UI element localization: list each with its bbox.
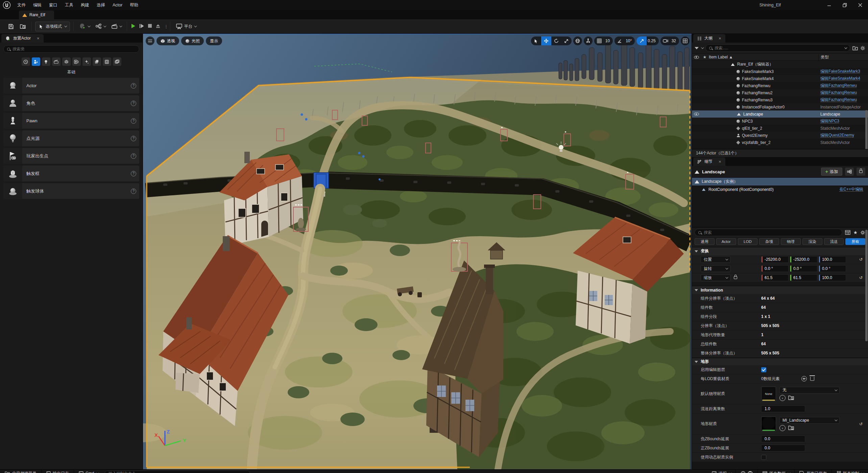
details-settings-gear-icon[interactable] — [860, 230, 865, 235]
visibility-column-icon[interactable] — [694, 56, 699, 59]
section-terrain[interactable]: 地形 — [692, 358, 868, 365]
cmd-dropdown[interactable]: Cmd — [74, 470, 103, 473]
place-item-character[interactable]: 角色 ? — [3, 95, 139, 111]
eject-button[interactable] — [155, 24, 161, 29]
close-icon[interactable] — [719, 36, 721, 41]
browse-asset-icon[interactable] — [788, 395, 794, 400]
outliner-row[interactable]: FakeSnakeMark4编辑FakeSnakeMark4 — [692, 75, 868, 82]
help-icon[interactable]: ? — [131, 136, 136, 141]
help-icon[interactable]: ? — [131, 83, 136, 89]
add-actor-dropdown[interactable] — [77, 22, 92, 31]
category-visual-effects-icon[interactable] — [72, 57, 81, 66]
filter-chip[interactable]: Actor — [716, 238, 736, 245]
view-mode-dropdown[interactable]: 光照 — [181, 36, 204, 45]
reset-material-button[interactable]: ↺ — [854, 422, 868, 426]
location-x-field[interactable]: -25200.0 — [761, 256, 789, 263]
help-icon[interactable]: ? — [131, 118, 136, 124]
physical-material-thumbnail[interactable]: None — [761, 387, 776, 401]
menu-build[interactable]: 构建 — [77, 0, 93, 10]
place-item-trigger-sphere[interactable]: 触发球体 ? — [3, 183, 139, 199]
rotation-snap-value[interactable]: 10° — [625, 39, 635, 43]
move-tool-button[interactable] — [541, 36, 551, 45]
filter-chip[interactable]: 通用 — [695, 238, 715, 245]
scale-z-field[interactable]: 100.0 — [819, 274, 846, 281]
delete-array-icon[interactable] — [810, 377, 814, 381]
outliner-scrollbar[interactable] — [865, 110, 868, 149]
details-search[interactable] — [695, 229, 842, 236]
favorites-star-icon[interactable]: ★ — [853, 230, 858, 235]
surface-snap-button[interactable] — [584, 36, 593, 45]
help-icon[interactable]: ? — [131, 189, 136, 194]
scale-snap-value[interactable]: 0.25 — [647, 39, 658, 43]
output-log-button[interactable]: 输出日志 — [42, 470, 74, 473]
outliner-settings-gear-icon[interactable] — [860, 46, 865, 51]
place-search-input[interactable] — [13, 47, 136, 51]
location-y-field[interactable]: -25200.0 — [790, 256, 817, 263]
category-all-classes-icon[interactable] — [113, 57, 121, 66]
derived-data-dropdown[interactable]: 派生数据 — [758, 470, 795, 473]
lock-details-button[interactable] — [857, 168, 865, 176]
editor-mode-dropdown[interactable]: 选项模式 — [35, 22, 70, 31]
browse-asset-icon[interactable] — [788, 425, 794, 430]
blueprint-convert-button[interactable] — [845, 168, 854, 176]
landscape-material-thumbnail[interactable] — [761, 417, 776, 431]
use-selected-asset-icon[interactable]: ‹ — [779, 395, 786, 401]
scale-snap-icon[interactable] — [636, 36, 647, 45]
category-lights-icon[interactable] — [42, 57, 50, 66]
close-icon[interactable] — [719, 159, 721, 164]
help-icon[interactable]: ? — [131, 171, 136, 176]
rotation-z-field[interactable]: 0.0 ° — [819, 265, 846, 272]
details-tab[interactable]: 细节 — [693, 157, 725, 166]
blueprints-dropdown[interactable] — [94, 22, 107, 30]
outliner-row[interactable]: FazhangRenwu编辑FazhangRenwu — [692, 82, 868, 89]
rotation-snap-icon[interactable] — [614, 36, 625, 45]
minimize-button[interactable] — [821, 0, 837, 10]
filter-chip[interactable]: 物理 — [781, 238, 801, 245]
close-icon[interactable] — [37, 36, 40, 41]
category-effects-icon[interactable] — [82, 57, 91, 66]
category-cinematic-icon[interactable] — [52, 57, 61, 66]
section-transform[interactable]: 变换 — [692, 247, 868, 255]
outliner-row[interactable]: vcjofafdb_tier_2StaticMeshActor — [692, 139, 868, 146]
platforms-dropdown[interactable]: 平台 — [174, 22, 198, 31]
place-item-actor[interactable]: Actor ? — [3, 78, 139, 94]
outliner-row[interactable]: InstancedFoliageActor0InstancedFoliageAc… — [692, 103, 868, 110]
filter-chip[interactable]: 渲染 — [802, 238, 822, 245]
add-component-button[interactable]: 添加 — [821, 168, 842, 176]
help-icon[interactable]: ? — [131, 153, 136, 159]
category-geometry-icon[interactable] — [93, 57, 101, 66]
play-options-kebab[interactable]: ⋮ — [164, 25, 167, 28]
place-search[interactable] — [3, 45, 139, 53]
place-item-point-light[interactable]: 点光源 ? — [3, 130, 139, 146]
details-scrollbar[interactable] — [865, 230, 868, 341]
neg-zbounds-field[interactable]: 0.0 — [761, 435, 805, 442]
viewport-options-menu[interactable] — [146, 36, 154, 45]
menu-select[interactable]: 选择 — [93, 0, 109, 10]
section-information[interactable]: Information — [692, 286, 868, 294]
display-options-icon[interactable] — [845, 230, 850, 235]
rotation-x-field[interactable]: 0.0 ° — [761, 265, 789, 272]
content-browser-button[interactable] — [18, 22, 28, 30]
streaming-distance-field[interactable]: 1.0 — [761, 405, 805, 412]
help-icon[interactable]: ? — [131, 101, 136, 106]
outliner-row[interactable]: NPC3编辑NPC3 — [692, 118, 868, 125]
details-search-input[interactable] — [704, 230, 839, 235]
save-button[interactable] — [6, 22, 16, 31]
outliner-row[interactable]: FakeSnakeMark3编辑FakeSnakeMark3 — [692, 68, 868, 75]
category-recent-icon[interactable] — [22, 57, 30, 66]
place-actors-tab[interactable]: 放置Actor — [1, 34, 44, 43]
chevron-down-icon[interactable] — [701, 46, 704, 49]
unreal-logo-icon[interactable] — [0, 1, 14, 9]
cinematics-dropdown[interactable] — [110, 22, 123, 30]
revision-control-dropdown[interactable]: 版本控制 — [832, 470, 868, 473]
grid-snap-icon[interactable] — [594, 36, 604, 45]
menu-edit[interactable]: 编辑 — [29, 0, 45, 10]
world-local-toggle[interactable] — [573, 36, 582, 45]
place-item-pawn[interactable]: Pawn ? — [3, 113, 139, 129]
close-button[interactable] — [852, 0, 868, 10]
add-array-element-icon[interactable] — [801, 376, 807, 381]
scale-dropdown[interactable]: 缩放 — [701, 274, 730, 281]
filter-chip[interactable]: LOD — [738, 238, 758, 245]
all-saved-button[interactable]: 所有已保存 — [795, 470, 832, 473]
menu-file[interactable]: 文件 — [14, 0, 29, 10]
